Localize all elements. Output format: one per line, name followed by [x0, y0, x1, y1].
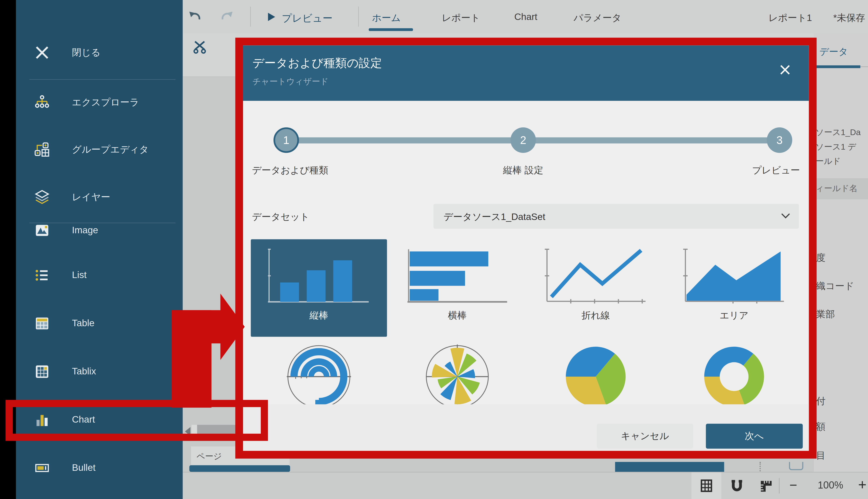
sidebar-item-table[interactable]: Table [16, 307, 183, 340]
pie-chart-icon [562, 343, 629, 410]
step-label-2: 縦棒 設定 [503, 164, 543, 177]
sidebar-item-explorer[interactable]: エクスプローラ [16, 86, 183, 119]
list-icon [34, 267, 50, 283]
step-indicator-1: 1 [273, 127, 299, 153]
layers-icon [34, 189, 50, 205]
data-panel-tab[interactable]: データ [819, 45, 848, 58]
canvas-selected-element [615, 462, 724, 472]
chart-type-label: 折れ線 [528, 309, 664, 322]
image-icon [34, 222, 50, 239]
step-connector [535, 137, 767, 143]
dataset-dropdown[interactable]: データソース1_DataSet [434, 204, 799, 229]
right-data-panel: データ ソース1_Da ソース1 デ ールド ィールド名 度 織コード 業部 付… [814, 33, 868, 472]
field-header-row: ィールド名 [814, 179, 868, 199]
dataset-node-fragment: ソース1 デ [815, 142, 856, 152]
step-indicator-3: 3 [767, 127, 792, 153]
grid-toggle-button[interactable] [692, 472, 721, 499]
zoom-out-button[interactable]: − [790, 477, 797, 493]
sidebar-item-bullet[interactable]: Bullet [16, 452, 183, 484]
screenshot-stage: プレビュー ホーム レポート Chart パラメータ レポート1 *未保存 ペー… [0, 0, 868, 499]
chart-type-label: エリア [666, 309, 802, 322]
data-tab-underline [815, 65, 860, 68]
preview-button[interactable]: プレビュー [282, 12, 333, 25]
sidebar-item-label: Tablix [72, 366, 96, 377]
sidebar-item-label: エクスプローラ [72, 96, 139, 109]
ruler-icon[interactable] [759, 479, 773, 494]
annotation-arrow-head [220, 294, 245, 360]
status-bar: − 100% + [183, 472, 868, 499]
dialog-title: データおよび種類の設定 [252, 56, 382, 71]
chart-type-tile-bar[interactable]: 横棒 [389, 239, 525, 337]
sidebar-item-label: Image [72, 225, 98, 236]
chevron-down-icon [781, 213, 790, 219]
zoom-level: 100% [818, 480, 843, 491]
sidebar-item-label: レイヤー [72, 191, 110, 204]
zoom-in-button[interactable]: + [858, 476, 867, 494]
tab-home[interactable]: ホーム [372, 12, 401, 24]
field-item[interactable]: 織コード [816, 280, 854, 292]
chart-type-tile-line[interactable]: 折れ線 [528, 239, 664, 337]
page-tab-label: ページ [197, 451, 222, 462]
dialog-footer: キャンセル 次へ [243, 404, 809, 451]
group-editor-icon [34, 141, 50, 158]
sidebar-item-close[interactable]: 閉じる [16, 36, 183, 69]
table-icon [34, 315, 50, 332]
doughnut-chart-icon [701, 343, 767, 410]
sidebar-item-label: 閉じる [72, 46, 101, 59]
next-button[interactable]: 次へ [706, 424, 803, 449]
sidebar-item-label: Bullet [72, 463, 96, 474]
tab-report[interactable]: レポート [442, 12, 480, 24]
sidebar-item-layer[interactable]: レイヤー [16, 181, 183, 213]
dialog-subtitle: チャートウィザード [252, 76, 329, 87]
sidebar-item-list[interactable]: List [16, 259, 183, 291]
statusbar-divider [779, 478, 780, 494]
toolbar-divider [250, 7, 251, 27]
tab-parameter[interactable]: パラメータ [573, 12, 621, 24]
bullet-icon [34, 460, 50, 476]
redo-icon[interactable] [220, 10, 234, 23]
close-icon [34, 44, 50, 61]
field-item[interactable]: 業部 [816, 308, 835, 320]
tab-row-line [860, 66, 868, 67]
dialog-close-icon[interactable] [778, 62, 792, 77]
chart-type-label: 横棒 [389, 309, 525, 322]
step-label-3: プレビュー [752, 164, 800, 177]
sidebar-item-image[interactable]: Image [16, 214, 183, 246]
chart-type-tile-column[interactable]: 縦棒 [251, 239, 387, 337]
line-chart-icon [540, 248, 651, 304]
sidebar-item-group-editor[interactable]: グループエディタ [16, 133, 183, 166]
step-indicator-2: 2 [510, 127, 536, 153]
dataset-node-fragment: ソース1_Da [815, 127, 860, 138]
column-chart-icon [264, 248, 374, 304]
undo-icon[interactable] [188, 10, 202, 23]
step-connector [298, 137, 511, 143]
cancel-button[interactable]: キャンセル [597, 424, 693, 449]
sidebar-item-tablix[interactable]: Tablix [16, 356, 183, 388]
canvas-adorner-handle [789, 462, 803, 470]
snap-magnet-icon[interactable] [730, 479, 744, 494]
bar-chart-icon [402, 248, 512, 304]
dataset-label: データセット [252, 210, 310, 223]
field-item[interactable]: 度 [816, 252, 826, 264]
cut-icon[interactable] [191, 39, 208, 55]
sidebar-item-label: List [72, 270, 87, 281]
grid-icon [700, 479, 713, 492]
tablix-icon [34, 363, 50, 380]
chart-wizard-dialog: データおよび種類の設定 チャートウィザード 1 2 3 データおよび種類 縦棒 … [243, 45, 809, 451]
sidebar-divider [29, 79, 175, 80]
step-label-1: データおよび種類 [252, 164, 328, 177]
dataset-node-fragment: ールド [815, 156, 841, 167]
tab-chart[interactable]: Chart [514, 12, 537, 23]
page-tab-indicator [189, 465, 290, 472]
sidebar-item-label: Table [72, 318, 95, 329]
polar-chart-icon [424, 343, 491, 410]
field-item[interactable]: 目 [816, 449, 826, 462]
field-item[interactable]: 付 [816, 395, 826, 408]
step-number: 1 [283, 134, 289, 146]
dialog-header: データおよび種類の設定 チャートウィザード [243, 45, 809, 101]
chart-type-tile-area[interactable]: エリア [666, 239, 802, 337]
area-chart-icon [679, 248, 790, 304]
field-item[interactable]: 額 [816, 421, 826, 433]
step-number: 3 [777, 134, 783, 146]
report-designer-app: プレビュー ホーム レポート Chart パラメータ レポート1 *未保存 ペー… [0, 0, 868, 499]
